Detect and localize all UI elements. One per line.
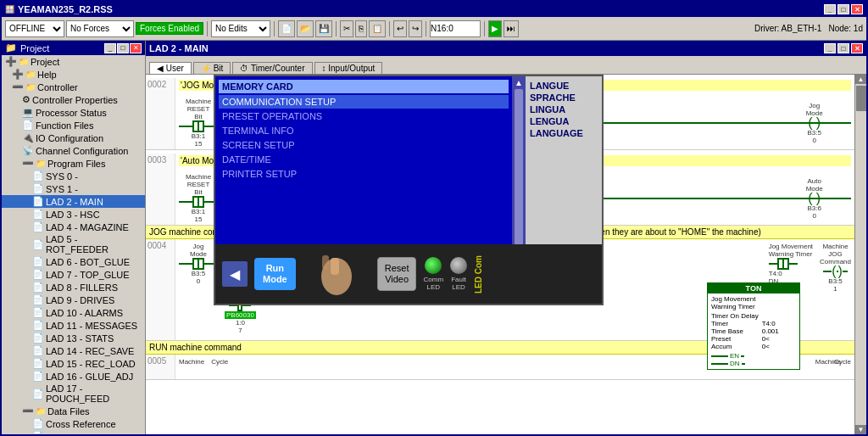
scroll-up-arrow[interactable]: ▲ xyxy=(855,75,866,84)
tree-close[interactable]: ✕ xyxy=(130,43,142,53)
menu-date-time[interactable]: DATE/TIME xyxy=(219,153,509,166)
rung-0005-number: 0005 xyxy=(146,355,175,379)
maximize-button[interactable]: □ xyxy=(837,4,849,14)
reset-video-button[interactable]: ResetVideo xyxy=(377,257,417,291)
tree-controller-props[interactable]: ⚙ Controller Properties xyxy=(2,93,145,106)
tree-lad17[interactable]: 📄LAD 17 - POUCH_FEED xyxy=(2,383,145,405)
scroll-down-arrow[interactable]: ▼ xyxy=(855,425,866,434)
tree-io-config[interactable]: 🔌 IO Configuration xyxy=(2,131,145,144)
tree-lad11[interactable]: 📄LAD 11 - MESSAGES xyxy=(2,319,145,332)
menu-printer-setup[interactable]: PRINTER SETUP xyxy=(219,167,509,181)
tree-lad2-main[interactable]: 📄LAD 2 - MAIN xyxy=(2,195,145,208)
lad-title-bar: LAD 2 - MAIN _ □ ✕ xyxy=(146,41,866,56)
project-tree: 📁 Project _ □ ✕ ➕ 📁 Project ➕ 📁 Help xyxy=(2,41,146,434)
cut-button[interactable]: ✂ xyxy=(340,20,353,37)
tree-lad7[interactable]: 📄LAD 7 - TOP_GLUE xyxy=(2,268,145,281)
new-button[interactable]: 📄 xyxy=(278,20,295,37)
tab-input-output[interactable]: ↕ Input/Output xyxy=(314,62,383,74)
tree-lad9[interactable]: 📄LAD 9 - DRIVES xyxy=(2,293,145,306)
lad-minimize[interactable]: _ xyxy=(824,43,836,53)
paste-button[interactable]: 📋 xyxy=(369,20,386,37)
machine-overlay: MEMORY CARD COMMUNICATION SETUP PRESET O… xyxy=(214,75,604,305)
back-arrow-button[interactable]: ◀ xyxy=(222,261,248,287)
elem-machine-label: Machine xyxy=(179,358,204,376)
node-label: Node: 1d xyxy=(828,24,863,33)
tree-lad14[interactable]: 📄LAD 14 - REC_SAVE xyxy=(2,344,145,357)
rung-0003-number: 0003 xyxy=(146,154,175,225)
tree-sys0[interactable]: 📄SYS 0 - xyxy=(2,170,145,182)
redo-button[interactable]: ↪ xyxy=(409,20,422,37)
tab-user[interactable]: ◀ User xyxy=(149,62,192,74)
edits-select[interactable]: No Edits xyxy=(211,20,270,37)
lad-main-area: MEMORY CARD COMMUNICATION SETUP PRESET O… xyxy=(146,75,866,434)
run-button[interactable]: ▶ xyxy=(488,20,502,37)
tree-lad15[interactable]: 📄LAD 15 - REC_LOAD xyxy=(2,357,145,370)
driver-label: Driver: AB_ETH-1 xyxy=(754,24,821,33)
lang-sprache: SPRACHE xyxy=(529,92,598,103)
led-com-label: LED Com xyxy=(474,255,483,293)
forces-enabled-indicator: Forces Enabled xyxy=(136,22,203,35)
lad-window-controls: _ □ ✕ xyxy=(824,43,863,53)
vertical-scrollbar[interactable]: ▲ ▼ xyxy=(854,75,866,434)
tree-sys1[interactable]: 📄SYS 1 - xyxy=(2,182,145,195)
scroll-thumb[interactable] xyxy=(856,86,866,111)
tree-help[interactable]: ➕ 📁 Help xyxy=(2,68,145,81)
separator3 xyxy=(336,21,337,36)
menu-memory-card[interactable]: MEMORY CARD xyxy=(219,80,509,93)
separator1 xyxy=(207,21,208,36)
lang-lingua: LINGUA xyxy=(529,103,598,115)
elem-jog-mode-contact: Jog Mode B3:5 xyxy=(179,243,218,285)
tree-controller[interactable]: ➖ 📁 Controller xyxy=(2,81,145,93)
tab-timer-counter[interactable]: ⏱ Timer/Counter xyxy=(232,62,312,74)
undo-button[interactable]: ↩ xyxy=(393,20,407,37)
lad-close[interactable]: ✕ xyxy=(851,43,863,53)
step-button[interactable]: ⏭ xyxy=(504,20,519,37)
address-input[interactable] xyxy=(430,20,481,37)
tree-lad13[interactable]: 📄LAD 13 - STATS xyxy=(2,332,145,344)
tree-lad4[interactable]: 📄LAD 4 - MAGAZINE xyxy=(2,221,145,233)
tree-lad8[interactable]: 📄LAD 8 - FILLERS xyxy=(2,281,145,293)
lad-maximize[interactable]: □ xyxy=(837,43,849,53)
tree-minimize[interactable]: _ xyxy=(104,43,116,53)
open-button[interactable]: 📂 xyxy=(297,20,314,37)
fault-led-indicator xyxy=(450,257,467,274)
lad-editor-panel: LAD 2 - MAIN _ □ ✕ ◀ User ⚡ Bit ⏱ Timer/… xyxy=(146,41,866,434)
tree-channel-config[interactable]: 📡 Channel Configuration xyxy=(2,144,145,157)
menu-terminal-info[interactable]: TERMINAL INFO xyxy=(219,124,509,137)
tree-maximize[interactable]: □ xyxy=(117,43,129,53)
app-window-controls: _ □ ✕ xyxy=(824,4,863,14)
ton-box: TON Jog Movement Warning Timer Timer On … xyxy=(707,282,800,370)
tree-program-files[interactable]: ➖ 📁 Program Files xyxy=(2,157,145,170)
copy-button[interactable]: ⎘ xyxy=(355,20,367,37)
tree-o0-output[interactable]: 📄O0 - OUTPUT xyxy=(2,430,145,433)
project-tree-title: 📁 Project _ □ ✕ xyxy=(2,41,145,55)
tree-lad3[interactable]: 📄LAD 3 - HSC xyxy=(2,208,145,221)
close-button[interactable]: ✕ xyxy=(851,4,863,14)
save-button[interactable]: 💾 xyxy=(315,20,332,37)
lad-inner-content[interactable]: MEMORY CARD COMMUNICATION SETUP PRESET O… xyxy=(146,75,866,434)
elem-auto-mode-coil: Auto Mode ( ) B3:6 xyxy=(799,177,829,220)
scroll-track xyxy=(855,84,866,425)
menu-scroll-up[interactable]: ▲ xyxy=(515,78,523,87)
tree-lad16[interactable]: 📄LAD 16 - GLUE_ADJ xyxy=(2,370,145,383)
tab-bit[interactable]: ⚡ Bit xyxy=(193,62,231,74)
tree-lad5[interactable]: 📄LAD 5 - ROT_FEEDER xyxy=(2,233,145,255)
app-title-bar: 🪟 YEAMAN235_R2.RSS _ □ ✕ xyxy=(2,2,866,17)
elem-cycle-label1: Cycle xyxy=(211,358,228,376)
mode-select[interactable]: OFFLINE xyxy=(5,20,64,37)
minimize-button[interactable]: _ xyxy=(824,4,836,14)
tree-project[interactable]: ➕ 📁 Project xyxy=(2,55,145,68)
tree-lad6[interactable]: 📄LAD 6 - BOT_GLUE xyxy=(2,255,145,268)
forces-select[interactable]: No Forces xyxy=(66,20,134,37)
menu-screen-setup[interactable]: SCREEN SETUP xyxy=(219,138,509,152)
menu-preset-ops[interactable]: PRESET OPERATIONS xyxy=(219,109,509,123)
tree-function-files[interactable]: 📄 Function Files xyxy=(2,119,145,131)
elem-jog-warning-timer-dn: Jog Movement Warning Timer xyxy=(769,243,813,285)
tree-lad10[interactable]: 📄LAD 10 - ALARMS xyxy=(2,306,145,319)
menu-comm-setup[interactable]: COMMUNICATION SETUP xyxy=(219,95,509,109)
separator6 xyxy=(484,21,485,36)
tree-cross-ref[interactable]: 📄Cross Reference xyxy=(2,417,145,430)
tree-processor-status[interactable]: 💻 Processor Status xyxy=(2,106,145,119)
run-mode-button[interactable]: RunMode xyxy=(254,258,296,290)
tree-data-files[interactable]: ➖ 📁 Data Files xyxy=(2,405,145,417)
